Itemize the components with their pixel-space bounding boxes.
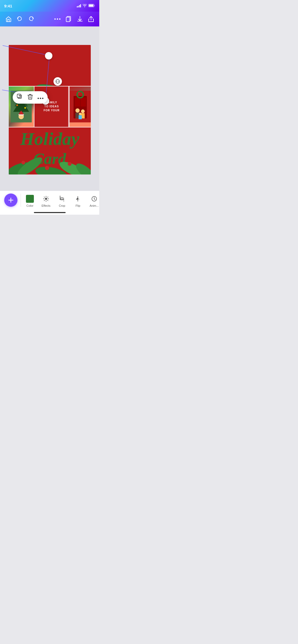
- svg-rect-1: [89, 4, 93, 7]
- color-swatch-icon: [26, 195, 34, 203]
- pages-button[interactable]: [66, 16, 72, 22]
- wifi-icon: [83, 4, 87, 8]
- toolbar-divider: [21, 194, 21, 207]
- color-label: Color: [26, 204, 33, 207]
- more-options-button[interactable]: [54, 18, 61, 20]
- context-menu: [13, 91, 48, 104]
- effects-icon: [42, 195, 50, 203]
- design-card[interactable]: FAMILYTO IDEASFOR YOUR: [9, 45, 91, 174]
- context-more-button[interactable]: [38, 94, 43, 100]
- toolbar-right: [54, 16, 94, 22]
- flip-label: Flip: [76, 204, 80, 207]
- status-bar: 9:41: [0, 0, 99, 12]
- crop-label: Crop: [59, 204, 65, 207]
- tool-crop[interactable]: Crop: [54, 194, 70, 208]
- battery-icon: [88, 4, 95, 8]
- main-toolbar: [0, 12, 99, 26]
- add-element-button[interactable]: [4, 194, 17, 207]
- svg-point-44: [81, 109, 85, 113]
- svg-point-46: [79, 113, 82, 115]
- svg-point-62: [42, 98, 43, 99]
- svg-rect-47: [79, 115, 82, 119]
- bottom-toolbar: Color Effects Crop: [0, 191, 99, 215]
- svg-text:Holiday: Holiday: [20, 129, 79, 149]
- flip-icon: [74, 195, 82, 203]
- animate-icon: [90, 195, 98, 203]
- home-indicator: [34, 212, 66, 213]
- photo-right-image: [70, 86, 91, 127]
- redo-button[interactable]: [28, 16, 34, 22]
- svg-point-3: [57, 19, 58, 20]
- tool-items-container: Color Effects Crop: [22, 194, 99, 208]
- crop-icon: [58, 195, 66, 203]
- undo-button[interactable]: [17, 16, 23, 22]
- duplicate-button[interactable]: [17, 94, 23, 101]
- download-button[interactable]: [77, 16, 83, 22]
- svg-point-4: [59, 19, 61, 20]
- svg-rect-38: [75, 97, 80, 107]
- signal-bars-icon: [77, 4, 81, 7]
- animate-label: Anim...: [89, 204, 98, 207]
- share-button[interactable]: [88, 16, 94, 22]
- svg-point-32: [24, 107, 26, 109]
- svg-rect-6: [66, 17, 70, 22]
- svg-rect-39: [81, 97, 86, 107]
- delete-button[interactable]: [28, 94, 33, 101]
- svg-point-63: [45, 198, 47, 200]
- svg-point-61: [40, 98, 41, 99]
- transform-handle-top[interactable]: [45, 52, 52, 59]
- rotate-handle[interactable]: [53, 77, 62, 86]
- tool-color[interactable]: Color: [22, 194, 38, 208]
- svg-text:Card: Card: [33, 150, 66, 167]
- toolbar-left: [5, 16, 34, 22]
- status-time: 9:41: [4, 4, 12, 8]
- canvas-area[interactable]: FAMILYTO IDEASFOR YOUR: [0, 26, 99, 191]
- svg-point-30: [16, 104, 18, 106]
- tool-effects[interactable]: Effects: [38, 194, 54, 208]
- holiday-card-text: Holiday Card: [9, 127, 91, 169]
- effects-label: Effects: [42, 204, 50, 207]
- tool-animate[interactable]: Anim...: [86, 194, 99, 208]
- photo-right: [70, 86, 91, 127]
- svg-point-60: [38, 98, 39, 99]
- svg-point-2: [55, 19, 56, 20]
- status-icons: [77, 4, 95, 8]
- tool-flip[interactable]: Flip: [70, 194, 86, 208]
- svg-point-41: [78, 92, 80, 94]
- home-button[interactable]: [5, 16, 12, 22]
- svg-point-42: [75, 108, 80, 113]
